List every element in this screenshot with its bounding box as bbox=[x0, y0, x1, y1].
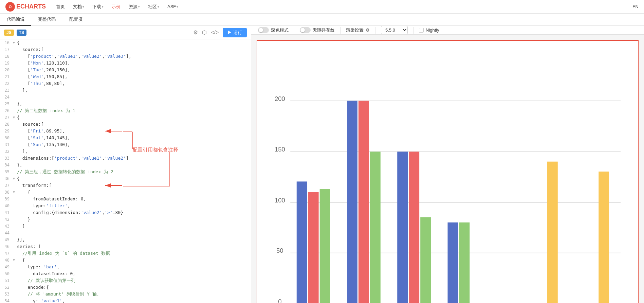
bar-tue-red bbox=[358, 101, 369, 303]
chevron-down-icon: ▾ bbox=[158, 5, 159, 8]
line-content: //引用 index 为 `0` 的 dataset 数据 bbox=[17, 250, 251, 257]
line-content: // 将 'amount' 列映射到 Y 轴。 bbox=[17, 291, 251, 298]
fold-arrow[interactable]: ▼ bbox=[12, 114, 17, 121]
line-content: // 第二组数据 index 为 1 bbox=[17, 107, 251, 114]
line-content: }], bbox=[17, 236, 251, 243]
ts-badge[interactable]: TS bbox=[17, 30, 26, 36]
chart-area: 0 50 100 150 200 bbox=[251, 35, 644, 303]
version-select[interactable]: 5.5.0 5.4.0 5.3.0 bbox=[381, 26, 408, 34]
accessibility-toggle[interactable] bbox=[300, 27, 311, 33]
nav-item-asf[interactable]: ASF ▾ bbox=[164, 3, 182, 11]
code-line: 22 ['Thu',80,80], bbox=[0, 80, 251, 87]
toggle-knob-2 bbox=[300, 28, 305, 32]
line-number: 54 bbox=[0, 298, 12, 303]
bar-mon-blue bbox=[297, 181, 307, 303]
tab-config[interactable]: 配置项 bbox=[62, 14, 89, 26]
line-number: 32 bbox=[0, 148, 12, 155]
lang-switch[interactable]: EN bbox=[632, 4, 639, 9]
bar-sun-yellow bbox=[599, 172, 609, 303]
line-content: ] bbox=[17, 223, 251, 230]
nav-item-download[interactable]: 下载 ▾ bbox=[89, 2, 107, 11]
line-content: ['product','value1','value2','value3'], bbox=[17, 53, 251, 60]
divider-3 bbox=[375, 27, 375, 34]
fold-arrow[interactable]: ▼ bbox=[12, 189, 17, 196]
line-number: 45 bbox=[0, 236, 12, 243]
tab-code-edit[interactable]: 代码编辑 bbox=[0, 14, 31, 26]
nav-item-home[interactable]: 首页 bbox=[53, 2, 68, 11]
bar-chart: 0 50 100 150 200 bbox=[264, 46, 631, 303]
run-button[interactable]: ▶ 运行 bbox=[223, 28, 247, 37]
nav-items: 首页 文档 ▾ 下载 ▾ 示例 资源 ▾ 社区 ▾ ASF ▾ bbox=[53, 2, 182, 11]
editor-panel: JS TS ⚙ ⬡ </> ▶ 运行 16 ▼ { 17 source:[ 18… bbox=[0, 26, 251, 303]
code-icon[interactable]: </> bbox=[211, 30, 219, 36]
fold-arrow[interactable]: ▼ bbox=[12, 175, 17, 182]
code-line: 19 ['Mon',120,110], bbox=[0, 60, 251, 67]
bar-thu-green bbox=[459, 222, 470, 303]
line-content: }, bbox=[17, 101, 251, 107]
code-line: 36 ▼ { bbox=[0, 175, 251, 182]
line-content: source:[ bbox=[17, 46, 251, 53]
line-number: 37 bbox=[0, 182, 12, 189]
svg-text:0: 0 bbox=[278, 298, 281, 303]
line-number: 49 bbox=[0, 264, 12, 270]
nightly-checkbox[interactable] bbox=[419, 28, 424, 33]
svg-text:100: 100 bbox=[275, 197, 285, 204]
line-content: } bbox=[17, 216, 251, 223]
toolbar-icons: ⚙ ⬡ </> ▶ 运行 bbox=[193, 28, 247, 37]
code-line: 45 }], bbox=[0, 236, 251, 243]
code-area[interactable]: 16 ▼ { 17 source:[ 18 ['product','value1… bbox=[0, 39, 251, 303]
fold-arrow[interactable]: ▼ bbox=[12, 39, 17, 46]
nav-item-community[interactable]: 社区 ▾ bbox=[145, 2, 163, 11]
nightly-label: Nightly bbox=[426, 28, 439, 33]
code-line: 44 bbox=[0, 230, 251, 236]
code-line: 27 ▼ { bbox=[0, 114, 251, 121]
code-line: 28 source:[ bbox=[0, 121, 251, 128]
box-icon[interactable]: ⬡ bbox=[202, 29, 207, 36]
code-line: 17 source:[ bbox=[0, 46, 251, 53]
code-line: 42 } bbox=[0, 216, 251, 223]
nightly-checkbox-group: Nightly bbox=[419, 28, 439, 33]
gear-icon[interactable]: ⚙ bbox=[366, 28, 370, 33]
tab-full-code[interactable]: 完整代码 bbox=[31, 14, 62, 26]
nav-item-examples[interactable]: 示例 bbox=[108, 2, 124, 11]
code-line: 41 config:{dimension:'value2','>':80} bbox=[0, 209, 251, 216]
dark-mode-label: 深色模式 bbox=[271, 27, 289, 33]
code-line: 33 dimensions:['product','value1','value… bbox=[0, 155, 251, 162]
line-number: 46 bbox=[0, 243, 12, 250]
code-line: 54 y: 'value1', bbox=[0, 298, 251, 303]
line-number: 33 bbox=[0, 155, 12, 162]
line-number: 21 bbox=[0, 73, 12, 80]
line-number: 51 bbox=[0, 277, 12, 284]
bar-thu-blue bbox=[448, 222, 458, 303]
accessibility-toggle-group: 无障碍花纹 bbox=[300, 27, 335, 33]
line-content: config:{dimension:'value2','>':80} bbox=[17, 209, 251, 216]
line-content: ['Sun',135,140], bbox=[17, 141, 251, 148]
line-content: ['Tue',200,150], bbox=[17, 67, 251, 73]
logo[interactable]: O ECHARTS bbox=[5, 2, 46, 12]
nav-item-resources[interactable]: 资源 ▾ bbox=[125, 2, 143, 11]
fold-arrow[interactable]: ▼ bbox=[12, 257, 17, 264]
svg-text:50: 50 bbox=[276, 247, 283, 254]
line-content: // 默认获取值为第一列 bbox=[17, 277, 251, 284]
code-line: 32 ], bbox=[0, 148, 251, 155]
chevron-down-icon: ▾ bbox=[82, 5, 84, 8]
line-content: { bbox=[17, 257, 251, 264]
line-content: { bbox=[17, 114, 251, 121]
js-badge[interactable]: JS bbox=[4, 30, 14, 36]
line-number: 38 bbox=[0, 189, 12, 196]
bar-wed-green bbox=[420, 217, 431, 303]
line-number: 31 bbox=[0, 141, 12, 148]
svg-text:150: 150 bbox=[275, 146, 285, 153]
chart-controls: 深色模式 无障碍花纹 渲染设置 ⚙ 5.5.0 5.4.0 5.3.0 bbox=[251, 26, 644, 35]
line-number: 43 bbox=[0, 223, 12, 230]
code-line: 29 ['Fri',89,95], bbox=[0, 128, 251, 135]
line-number: 26 bbox=[0, 107, 12, 114]
line-content: type: 'bar', bbox=[17, 264, 251, 270]
settings-icon[interactable]: ⚙ bbox=[193, 29, 198, 36]
nav-item-docs[interactable]: 文档 ▾ bbox=[70, 2, 88, 11]
dark-mode-toggle[interactable] bbox=[258, 27, 269, 33]
code-line: 20 ['Tue',200,150], bbox=[0, 67, 251, 73]
line-number: 44 bbox=[0, 230, 12, 236]
divider-2 bbox=[340, 27, 341, 34]
line-number: 42 bbox=[0, 216, 12, 223]
